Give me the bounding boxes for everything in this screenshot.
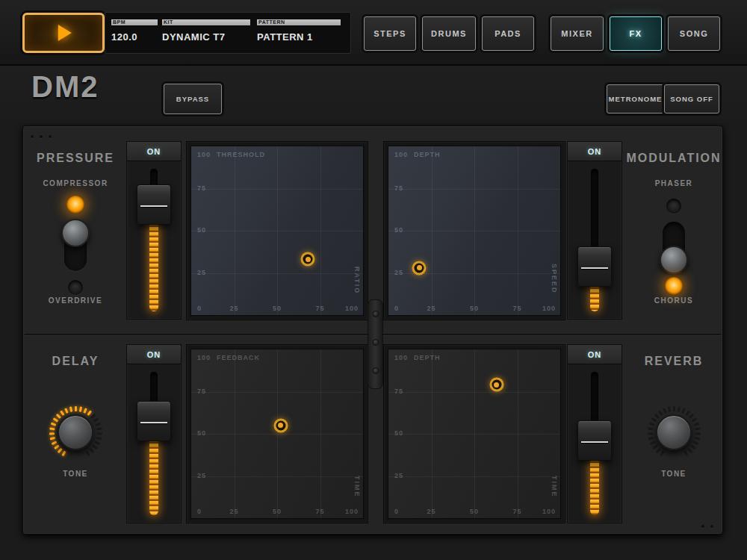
delay-on-button[interactable]: ON [127, 345, 181, 364]
chorus-label: CHORUS [625, 296, 722, 305]
bpm-field[interactable]: BPM 120.0 [111, 19, 158, 43]
modulation-on-button[interactable]: ON [568, 142, 622, 161]
pressure-slider-handle[interactable] [137, 184, 171, 225]
delay-tone-knob[interactable] [46, 402, 105, 462]
delay-level-module: ON [126, 344, 182, 523]
y-axis-label: DEPTH [414, 354, 441, 361]
delay-xy-pad-module: 100FEEDBACK 75 50 25 0 25 50 75 100 TIME [186, 344, 368, 523]
x-tick: 100 [345, 508, 359, 515]
x-tick: 100 [542, 508, 556, 515]
compressor-label: COMPRESSOR [27, 179, 124, 187]
tab-steps[interactable]: STEPS [364, 16, 416, 51]
bpm-label-bar: BPM [111, 19, 158, 25]
modulation-level-module: ON [567, 141, 622, 320]
reverb-xy-pad[interactable]: 100DEPTH 75 50 25 0 25 50 75 100 TIME [388, 349, 561, 519]
knob-cap-icon [656, 414, 692, 450]
phaser-led [666, 199, 681, 214]
delay-xy-pad[interactable]: 100FEEDBACK 75 50 25 0 25 50 75 100 TIME [190, 349, 364, 519]
modulation-level-slider[interactable] [568, 161, 622, 318]
slider-led-track [590, 284, 599, 311]
tab-fx[interactable]: FX [610, 16, 662, 51]
pressure-puck[interactable] [301, 252, 315, 267]
reverb-level-slider[interactable] [568, 364, 622, 522]
y-axis-header: 100THRESHOLD [197, 151, 265, 158]
toggle-knob-icon [660, 246, 688, 274]
reverb-tone-knob[interactable] [644, 402, 704, 462]
pressure-xy-pad-module: 100THRESHOLD 75 50 25 0 25 50 75 100 RAT… [186, 141, 368, 320]
reverb-xy-pad-module: 100DEPTH 75 50 25 0 25 50 75 100 TIME [383, 344, 565, 523]
pattern-field[interactable]: PATTERN PATTERN 1 [257, 19, 341, 43]
x-tick: 25 [427, 305, 436, 312]
reverb-tone-label: TONE [625, 470, 722, 478]
x-tick: 50 [470, 305, 479, 312]
y-tick: 25 [394, 472, 403, 479]
bpm-label: BPM [113, 19, 125, 25]
chorus-led [665, 277, 683, 295]
reverb-level-module: ON [567, 344, 622, 523]
pressure-level-module: ON [126, 141, 182, 320]
modulation-mode-toggle[interactable] [663, 222, 685, 271]
reverb-slider-handle[interactable] [577, 420, 612, 461]
x-axis-label: SPEED [551, 264, 558, 294]
metronome-button[interactable]: METRONOME [607, 84, 664, 113]
tab-drums[interactable]: DRUMS [422, 16, 476, 51]
pressure-level-slider[interactable] [127, 161, 181, 318]
x-axis-label: RATIO [353, 267, 361, 294]
pressure-mode-toggle[interactable] [64, 222, 87, 271]
y-axis-label: THRESHOLD [217, 151, 265, 158]
y-tick: 50 [394, 226, 403, 234]
y-tick: 50 [197, 429, 206, 437]
modulation-slider-handle[interactable] [577, 246, 612, 287]
slider-led-track [149, 438, 158, 515]
toggle-knob-icon [61, 219, 90, 247]
y-axis-label: FEEDBACK [217, 354, 260, 361]
slider-led-track [590, 458, 599, 515]
delay-tone-label: TONE [27, 470, 124, 478]
tab-song[interactable]: SONG [668, 16, 720, 51]
pattern-value: PATTERN 1 [257, 31, 341, 43]
x-tick: 25 [229, 508, 238, 515]
pressure-xy-pad[interactable]: 100THRESHOLD 75 50 25 0 25 50 75 100 RAT… [190, 146, 364, 316]
modulation-puck[interactable] [412, 261, 427, 275]
reverb-on-button[interactable]: ON [568, 345, 622, 364]
modulation-xy-pad[interactable]: 100DEPTH 75 50 25 0 25 50 75 100 SPEED [388, 146, 561, 316]
tab-mixer[interactable]: MIXER [551, 16, 604, 51]
x-tick: 75 [512, 305, 521, 312]
modulation-title: MODULATION [625, 152, 722, 165]
pressure-on-button[interactable]: ON [127, 142, 181, 161]
delay-slider-handle[interactable] [137, 401, 171, 441]
transport-display: BPM 120.0 KIT DYNAMIC T7 PATTERN PATTERN… [105, 12, 351, 54]
knob-cap-icon [58, 414, 93, 450]
slider-led-track [149, 222, 158, 311]
bypass-button[interactable]: BYPASS [164, 84, 222, 114]
kit-label: KIT [164, 19, 173, 25]
delay-level-slider[interactable] [127, 364, 181, 522]
y-axis-label: DEPTH [414, 151, 441, 158]
delay-puck[interactable] [273, 418, 288, 432]
fx-panel: PRESSURE COMPRESSOR OVERDRIVE ON [22, 125, 723, 535]
x-tick: 0 [197, 305, 202, 312]
pattern-label: PATTERN [258, 19, 285, 25]
song-mode-button[interactable]: SONG OFF [664, 84, 719, 113]
y-tick: 25 [197, 269, 206, 276]
kit-label-bar: KIT [162, 19, 250, 25]
x-axis-label: TIME [353, 476, 361, 498]
delay-controls: DELAY TONE [27, 337, 124, 531]
x-axis-label: TIME [551, 476, 558, 498]
reverb-title: REVERB [625, 355, 722, 368]
reverb-controls: REVERB TONE [625, 337, 722, 531]
x-tick: 25 [427, 508, 436, 515]
y-tick: 75 [197, 388, 206, 395]
kit-value: DYNAMIC T7 [162, 31, 250, 43]
y-tick: 50 [394, 429, 403, 437]
kit-field[interactable]: KIT DYNAMIC T7 [162, 19, 250, 43]
tab-pads[interactable]: PADS [482, 16, 534, 51]
reverb-puck[interactable] [489, 378, 503, 392]
x-tick: 50 [273, 305, 282, 312]
play-button[interactable] [22, 13, 105, 53]
screw-icon [372, 339, 379, 346]
y-axis-header: 100DEPTH [394, 354, 441, 361]
phaser-label: PHASER [625, 179, 722, 187]
x-tick: 0 [197, 508, 202, 515]
y-tick: 75 [197, 184, 206, 192]
